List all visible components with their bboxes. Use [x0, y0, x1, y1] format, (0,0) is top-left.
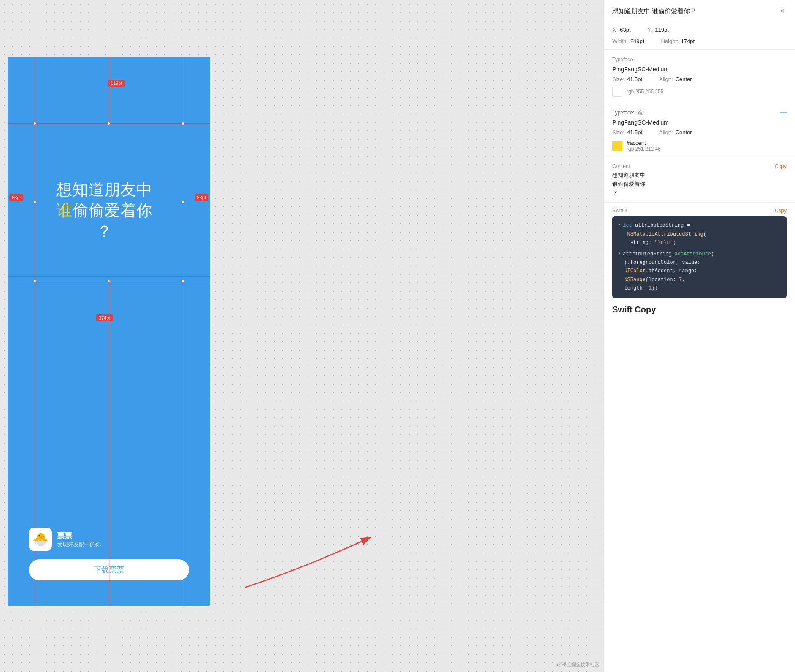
selection-dot-tm: [107, 122, 110, 125]
content-header: Content Copy: [612, 163, 787, 169]
size-label: Size:: [612, 76, 625, 82]
swift-header: Swift 4 Copy: [612, 208, 787, 214]
arrow-annotation: [224, 503, 392, 609]
kw-let: let: [623, 222, 632, 228]
panel-header: 想知道朋友中 谁偷偷爱着你？ ×: [604, 0, 795, 22]
selection-dot-mr: [181, 201, 184, 203]
selection-dot-ml: [33, 201, 36, 203]
y-value: 119pt: [655, 27, 669, 33]
position-row: X: 63pt Y: 119pt: [604, 25, 795, 35]
var-name: attributedString: [635, 222, 684, 228]
divider-3: [604, 158, 795, 158]
close-button[interactable]: ×: [778, 7, 787, 15]
typeface-who-label: Typeface: "谁": [612, 109, 644, 117]
code-line-1: •let attributedString = NSMutableAttribu…: [618, 221, 781, 247]
param-string: string:: [630, 240, 652, 246]
val-label: value:: [682, 260, 700, 266]
content-copy-button[interactable]: Copy: [775, 163, 787, 169]
white-color-swatch: [612, 87, 622, 97]
guide-center-v-bottom: [109, 281, 109, 606]
canvas-area: 119pt 63pt 63pt 想知道朋友中 谁偷偷爱着你 ？: [0, 0, 603, 672]
x-position: X: 63pt: [612, 27, 631, 33]
size-who-item: Size: 41.5pt: [612, 129, 642, 135]
white-color-row: rgb 255 255 255: [604, 84, 795, 99]
swift-copy-button[interactable]: Copy: [775, 208, 787, 214]
bullet-1: •: [618, 222, 621, 228]
main-text-line2: 谁偷偷爱着你: [39, 200, 170, 221]
dim-119-label: 119pt: [108, 80, 125, 87]
app-icon-emoji: 🐣: [32, 532, 48, 547]
main-text-highlight: 谁: [56, 201, 72, 219]
main-text-line1: 想知道朋友中: [39, 179, 170, 200]
guide-center-v: [109, 57, 109, 123]
width-label: Width:: [612, 38, 628, 44]
swift-section: Swift 4 Copy •let attributedString = NSM…: [604, 206, 795, 299]
fn-add: .addAttribute: [671, 251, 711, 257]
main-text-question: ？: [39, 221, 170, 242]
prop-fg: .foregroundColor: [627, 260, 676, 266]
height-value: 174pt: [681, 38, 695, 44]
align-who-label: Align:: [659, 129, 673, 135]
dim-374-label: 374pt: [96, 314, 113, 321]
accent-color-swatch: [612, 141, 622, 151]
phone-main-text: 想知道朋友中 谁偷偷爱着你 ？: [39, 179, 170, 242]
content-section: Content Copy 想知道朋友中 谁偷偷爱着你 ？: [604, 162, 795, 199]
watermark: @ 稀土掘金技术社区: [556, 661, 599, 668]
dim-63-right-label: 63pt: [195, 194, 208, 201]
selection-dot-tr: [181, 122, 184, 125]
phone-mockup: 119pt 63pt 63pt 想知道朋友中 谁偷偷爱着你 ？: [8, 57, 210, 606]
app-icon: 🐣: [29, 528, 52, 551]
size-align-who-row: Size: 41.5pt Align: Center: [604, 127, 795, 137]
bullet-2: •: [618, 251, 621, 257]
right-panel: 想知道朋友中 谁偷偷爱着你？ × X: 63pt Y: 119pt Width:…: [603, 0, 795, 672]
type-nsrange: NSRange: [624, 277, 645, 283]
size-item: Size: 41.5pt: [612, 76, 642, 82]
app-text-info: 票票 发现好友眼中的你: [57, 531, 101, 548]
typeface-who-dash: —: [780, 109, 787, 117]
size-who-value: 41.5pt: [627, 129, 642, 135]
accent-color-name: #accent: [627, 140, 661, 146]
width-value: 249pt: [630, 38, 644, 44]
accent-color-row: #accent rgb 251 212 46: [604, 137, 795, 154]
swift-label: Swift 4: [612, 208, 627, 214]
font-name: PingFangSC-Medium: [604, 64, 795, 74]
align-who-value: Center: [676, 129, 692, 135]
y-label: Y:: [648, 27, 653, 33]
align-who-item: Align: Center: [659, 129, 692, 135]
len-val: 1: [649, 285, 652, 291]
content-label: Content: [612, 163, 630, 169]
var-attr: attributedString: [623, 251, 671, 257]
typeface-section-label: Typeface: [604, 53, 795, 64]
type-nsmutable: NSMutableAttributedString: [627, 231, 703, 237]
type-uicolor: UIColor: [624, 268, 645, 274]
y-position: Y: 119pt: [648, 27, 669, 33]
font-name-who: PingFangSC-Medium: [604, 117, 795, 127]
loc-label: location:: [649, 277, 676, 283]
align-value: Center: [676, 76, 692, 82]
main-text-rest: 偷偷爱着你: [72, 201, 152, 219]
size-value: 41.5pt: [627, 76, 642, 82]
divider-1: [604, 49, 795, 50]
size-row: Width: 249pt Height: 174pt: [604, 36, 795, 46]
size-who-label: Size:: [612, 129, 625, 135]
align-item: Align: Center: [659, 76, 692, 82]
selection-dot-br: [181, 279, 184, 282]
loc-val: 7: [679, 277, 682, 283]
height-item: Height: 174pt: [661, 38, 695, 44]
x-value: 63pt: [620, 27, 630, 33]
prop-accent: .atAccent: [646, 268, 673, 274]
size-align-row: Size: 41.5pt Align: Center: [604, 74, 795, 84]
divider-4: [604, 202, 795, 203]
panel-title: 想知道朋友中 谁偷偷爱着你？: [612, 7, 696, 15]
selection-dot-bl: [33, 279, 36, 282]
len-label: length:: [624, 285, 645, 291]
height-label: Height:: [661, 38, 678, 44]
app-name: 票票: [57, 531, 101, 541]
dim-63-left-label: 63pt: [9, 194, 23, 201]
str-val: "\n\n": [654, 240, 673, 246]
typeface-who-header: Typeface: "谁" —: [604, 106, 795, 117]
content-text: 想知道朋友中 谁偷偷爱着你 ？: [612, 171, 787, 197]
divider-2: [604, 103, 795, 103]
width-item: Width: 249pt: [612, 38, 644, 44]
x-label: X:: [612, 27, 617, 33]
